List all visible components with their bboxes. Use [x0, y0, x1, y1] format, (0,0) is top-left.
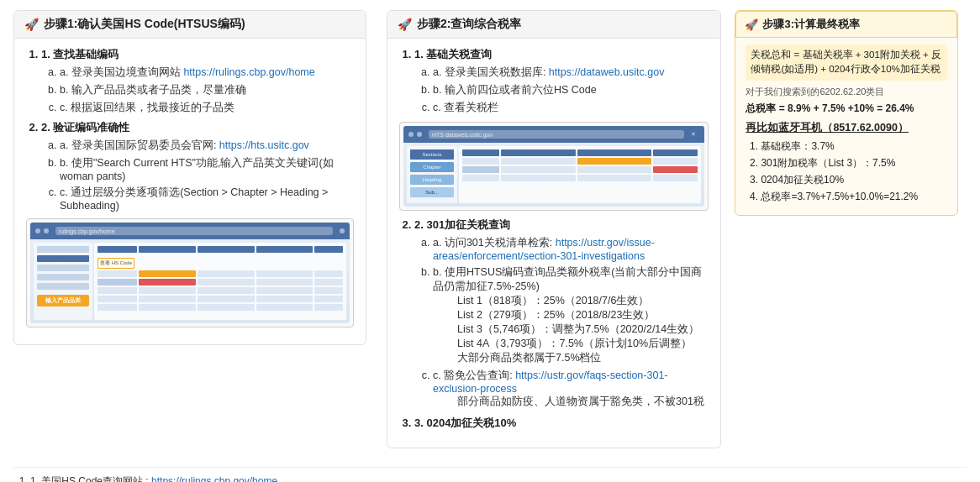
step3-item4: 总税率=3.7%+7.5%+10.0%=21.2%: [761, 190, 947, 204]
step2-r2c1: [462, 166, 499, 173]
step2-r3c1: [462, 175, 499, 181]
step1-s1-alpha: a. 登录美国边境查询网站 https://rulings.cbp.gov/ho…: [41, 65, 354, 115]
ss-sidebar-item2: [37, 255, 89, 262]
step2-list: 1. 基础关税查询 a. 登录美国关税数据库: https://dataweb.…: [399, 47, 709, 115]
step1-screenshot: rulings.cbp.gov/home 输入产品品类: [26, 218, 354, 327]
ss-col-ref2: [256, 246, 313, 253]
ss-highlight-btn: 输入产品品类: [37, 295, 89, 306]
step2-s2-b-text: b. 使用HTSUS编码查询品类额外税率(当前大部分中国商品仍需加征7.5%-2…: [433, 266, 702, 292]
step1-section2-heading: 2. 验证编码准确性 a. 登录美国国际贸易委员会官网: https://hts…: [41, 120, 354, 212]
footer-label1: 1. 美国HS Code查询网站 :: [30, 475, 149, 482]
step2-ss-row1: [462, 158, 698, 165]
step1-title: 步骤1:确认美国HS Code(HTSUS编码): [44, 17, 245, 32]
step3-items-list: 基础税率：3.7% 301附加税率（List 3）：7.5% 0204加征关税1…: [746, 139, 947, 204]
step1-s1-b-label: b. 输入产品品类或者子品类，尽量准确: [60, 84, 246, 96]
ss-sidebar-item1: [37, 246, 89, 253]
step3-item2: 301附加税率（List 3）：7.5%: [761, 156, 947, 170]
left-column: 🚀 步骤1:确认美国HS Code(HTSUS编码) 1. 查找基础编码 a. …: [13, 10, 366, 354]
step2-ss-row3: [462, 175, 698, 181]
ss-r3-ref: [139, 287, 196, 294]
ss-url-bar: rulings.cbp.gov/home: [55, 227, 333, 235]
ss-col-date: [97, 246, 137, 253]
ss-r5-ref: [139, 304, 196, 311]
right-column: 🚀 步骤2:查询综合税率 1. 基础关税查询 a. 登录美国关税数据库: htt…: [387, 10, 958, 457]
step1-ss-content: 输入产品品类 查看 HS Code: [30, 239, 350, 323]
ss-row3: [97, 287, 343, 294]
ss-dot2: [44, 228, 49, 233]
step1-s1-c-label: c. 根据返回结果，找最接近的子品类: [60, 102, 234, 113]
step1-header: 🚀 步骤1:确认美国HS Code(HTSUS编码): [14, 11, 366, 39]
step1-rocket-icon: 🚀: [24, 18, 39, 31]
ss-sidebar-item4: [37, 274, 89, 280]
ss-dot3: [340, 228, 345, 233]
step2-s3-label: 3. 0204加征关税10%: [414, 417, 516, 429]
step2-r2c4: [653, 166, 698, 173]
step1-section1-heading: 1. 查找基础编码 a. 登录美国边境查询网站 https://rulings.…: [41, 47, 354, 115]
step2-col4: [653, 149, 698, 156]
ss-r5-related: [314, 304, 343, 311]
step2-s2-alpha: a. 访问301关税清单检索: https://ustr.gov/issue-a…: [414, 236, 709, 409]
step2-ss-main: [459, 146, 701, 203]
ss-row1: [97, 270, 343, 277]
step2-s2-c: c. 豁免公告查询: https://ustr.gov/faqs-section…: [433, 369, 709, 409]
step2-ss-header: [462, 149, 698, 156]
step2-s1-label: 1. 基础关税查询: [414, 48, 492, 60]
step1-ss-sidebar: 输入产品品类: [34, 243, 92, 320]
step2-box: 🚀 步骤2:查询综合税率 1. 基础关税查询 a. 登录美国关税数据库: htt…: [387, 10, 721, 448]
step2-col2: [501, 149, 576, 156]
step2-ss-close: ✕: [691, 131, 696, 138]
ss-r2-target: [198, 279, 255, 286]
ss-r5-ref2: [256, 304, 313, 311]
step2-title: 步骤2:查询综合税率: [417, 17, 521, 32]
step2-s3-heading: 3. 0204加征关税10%: [414, 416, 709, 431]
ss-r4-target: [198, 296, 255, 302]
ss-sidebar-item5: [37, 283, 89, 290]
step2-r2c2: [501, 166, 576, 173]
step3-header: 🚀 步骤3:计算最终税率: [735, 11, 957, 38]
step2-rocket-icon: 🚀: [398, 18, 412, 31]
step1-s2-a-link[interactable]: https://hts.usitc.gov: [219, 139, 309, 151]
step2-s2-a-text: a. 访问301关税清单检索:: [433, 237, 556, 249]
step2-ss-toolbar: HTS dataweb.usitc.gov ✕: [403, 126, 704, 143]
step2-r3c3: [577, 175, 652, 181]
step2-exempt-note: 部分商品如防疫、人道物资属于豁免类，不被301税: [446, 395, 709, 409]
step3-calc-box: 🚀 步骤3:计算最终税率 关税总和 = 基础关税率 + 301附加关税 + 反倾…: [735, 10, 958, 216]
step2-s2-label: 2. 301加征关税查询: [414, 218, 510, 231]
ss-r2-date: [97, 279, 137, 286]
ss-row5: [97, 304, 343, 311]
step3-formula-text: 关税总和 = 基础关税率 + 301附加关税 + 反倾销税(如适用) + 020…: [751, 50, 941, 74]
step2-s2-c-subitems: 部分商品如防疫、人道物资属于豁免类，不被301税: [433, 395, 709, 409]
step2-s1-alpha: a. 登录美国关税数据库: https://dataweb.usitc.gov …: [414, 65, 709, 115]
step2-ss-tab3: Heading: [410, 175, 454, 185]
step2-r1c1: [462, 158, 499, 165]
step2-ss-row2: [462, 166, 698, 173]
main-layout: 🚀 步骤1:确认美国HS Code(HTSUS编码) 1. 查找基础编码 a. …: [13, 10, 967, 457]
step1-s2-item-b: b. 使用"Search Current HTS"功能,输入产品英文关键词(如w…: [60, 156, 354, 182]
step3-title: 步骤3:计算最终税率: [762, 17, 860, 32]
step3-note: 对于我们搜索到的6202.62.20类目: [746, 86, 947, 98]
step2-ss-inner: HTS dataweb.usitc.gov ✕ Sections Chapter…: [403, 126, 704, 207]
step1-s1-item-c: c. 根据返回结果，找最接近的子品类: [60, 101, 354, 115]
step1-s1-label: 1. 查找基础编码: [41, 48, 119, 60]
step2-s2-heading: 2. 301加征关税查询 a. 访问301关税清单检索: https://ust…: [414, 217, 709, 409]
step1-s1-item-b: b. 输入产品品类或者子品类，尽量准确: [60, 83, 354, 97]
step2-s1-heading: 1. 基础关税查询 a. 登录美国关税数据库: https://dataweb.…: [414, 47, 709, 115]
step2-s1-a: a. 登录美国关税数据库: https://dataweb.usitc.gov: [433, 65, 709, 80]
step2-ss-tab2: Chapter: [410, 162, 454, 172]
step2-s1-b-text: b. 输入前四位或者前六位HS Code: [433, 84, 597, 96]
footer-link1[interactable]: https://rulings.cbp.gov/home: [151, 475, 277, 482]
step2-s1-a-link[interactable]: https://dataweb.usitc.gov: [549, 66, 665, 78]
step1-s1-a-link[interactable]: https://rulings.cbp.gov/home: [183, 66, 314, 78]
ss-r1-related: [314, 270, 343, 277]
footer-item1: 1. 美国HS Code查询网站 : https://rulings.cbp.g…: [30, 474, 967, 482]
footer-section: 1. 美国HS Code查询网站 : https://rulings.cbp.g…: [13, 467, 967, 482]
ss-col-related: [314, 246, 343, 253]
ss-hs-highlight: 查看 HS Code: [97, 258, 134, 269]
step2-s1-c: c. 查看关税栏: [433, 101, 709, 115]
step2-list3: List 3（5,746项）：调整为7.5%（2020/2/14生效）: [446, 322, 709, 337]
step2-r1c4: [653, 158, 698, 165]
step2-r3c2: [501, 175, 576, 181]
right-two-col: 🚀 步骤2:查询综合税率 1. 基础关税查询 a. 登录美国关税数据库: htt…: [387, 10, 958, 457]
step1-s2-label: 2. 验证编码准确性: [41, 121, 129, 134]
step1-s2-item-a: a. 登录美国国际贸易委员会官网: https://hts.usitc.gov: [60, 139, 354, 153]
